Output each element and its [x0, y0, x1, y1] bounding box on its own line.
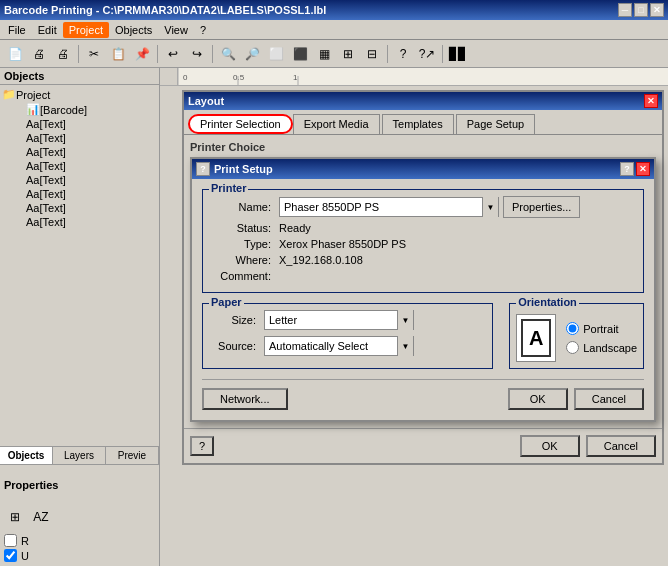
tab-objects[interactable]: Objects — [0, 447, 53, 464]
page-icon-letter: A — [521, 319, 551, 357]
tree-item-text-7[interactable]: Aa [Text] — [2, 201, 157, 215]
tab-page-setup[interactable]: Page Setup — [456, 114, 536, 134]
toolbar-separator-2 — [157, 45, 158, 63]
redo-button[interactable]: ↪ — [186, 43, 208, 65]
properties-label: Properties — [4, 479, 58, 491]
menu-bar: File Edit Project Objects View ? — [0, 20, 668, 40]
tree-item-text-2[interactable]: Aa [Text] — [2, 131, 157, 145]
layout-ok-button[interactable]: OK — [520, 435, 580, 457]
orientation-section-header: Orientation — [516, 296, 579, 308]
ruler-h-svg: 0 0.5 1 — [178, 68, 668, 86]
prop-icon-2[interactable]: AZ — [30, 506, 52, 528]
portrait-option[interactable]: Portrait — [566, 322, 637, 335]
tab-printer-selection[interactable]: Printer Selection — [188, 114, 293, 134]
paper-source-arrow[interactable]: ▼ — [397, 336, 413, 356]
text-icon-2: Aa — [26, 132, 39, 144]
title-bar: Barcode Printing - C:\PRMMAR30\DATA2\LAB… — [0, 0, 668, 20]
ruler-horizontal: 0 0.5 1 — [178, 68, 668, 86]
view3-button[interactable]: ▦ — [313, 43, 335, 65]
zoom-out-button[interactable]: 🔎 — [241, 43, 263, 65]
printer-name-arrow[interactable]: ▼ — [482, 197, 498, 217]
prop-icon-1[interactable]: ⊞ — [4, 506, 26, 528]
printer-status-value: Ready — [279, 222, 311, 234]
paper-size-dropdown[interactable]: Letter ▼ — [264, 310, 414, 330]
checkbox-u-label: U — [21, 550, 29, 562]
printer-choice-header: Printer Choice — [190, 141, 656, 153]
tree-item-text-4[interactable]: Aa [Text] — [2, 159, 157, 173]
text-label-3: [Text] — [39, 146, 65, 158]
new-button[interactable]: 📄 — [4, 43, 26, 65]
help-button[interactable]: ? — [392, 43, 414, 65]
tree-item-text-5[interactable]: Aa [Text] — [2, 173, 157, 187]
dialog-cancel-button[interactable]: Cancel — [574, 388, 644, 410]
maximize-button[interactable]: □ — [634, 3, 648, 17]
checkbox-u[interactable] — [4, 549, 17, 562]
layout-cancel-button[interactable]: Cancel — [586, 435, 656, 457]
paper-orient-area: Paper Size: Letter ▼ — [202, 303, 644, 369]
checkbox-r[interactable] — [4, 534, 17, 547]
cut-button[interactable]: ✂ — [83, 43, 105, 65]
dialog-ok-cancel: OK Cancel — [508, 388, 644, 410]
title-bar-buttons: ─ □ ✕ — [618, 3, 664, 17]
ruler-corner — [160, 68, 178, 86]
portrait-radio[interactable] — [566, 322, 579, 335]
copy-button[interactable]: 📋 — [107, 43, 129, 65]
tree-item-barcode[interactable]: 📊 [Barcode] — [2, 102, 157, 117]
tab-templates[interactable]: Templates — [382, 114, 454, 134]
view-button[interactable]: ⬜ — [265, 43, 287, 65]
menu-file[interactable]: File — [2, 22, 32, 38]
menu-project[interactable]: Project — [63, 22, 109, 38]
paper-size-label: Size: — [209, 314, 264, 326]
printer-name-dropdown[interactable]: Phaser 8550DP PS ▼ — [279, 197, 499, 217]
view4-button[interactable]: ⊞ — [337, 43, 359, 65]
paper-source-dropdown[interactable]: Automatically Select ▼ — [264, 336, 414, 356]
printer-section: Printer Name: Phaser 8550DP PS — [202, 189, 644, 293]
zoom-in-button[interactable]: 🔍 — [217, 43, 239, 65]
menu-view[interactable]: View — [158, 22, 194, 38]
network-button[interactable]: Network... — [202, 388, 288, 410]
dialog-help-button[interactable]: ? — [196, 162, 210, 176]
canvas-area: 0 0.5 1 Layou — [160, 68, 668, 566]
dialog-ok-button[interactable]: OK — [508, 388, 568, 410]
properties-button[interactable]: Properties... — [503, 196, 580, 218]
dialog-close-button[interactable]: ✕ — [636, 162, 650, 176]
menu-edit[interactable]: Edit — [32, 22, 63, 38]
print2-button[interactable]: 🖨 — [52, 43, 74, 65]
minimize-button[interactable]: ─ — [618, 3, 632, 17]
layout-close-button[interactable]: ✕ — [644, 94, 658, 108]
printer-status-row: Status: Ready — [209, 222, 637, 234]
printer-type-label: Type: — [209, 238, 279, 250]
help2-button[interactable]: ?↗ — [416, 43, 438, 65]
text-icon-5: Aa — [26, 174, 39, 186]
printer-comment-label: Comment: — [209, 270, 279, 282]
tree-item-text-1[interactable]: Aa [Text] — [2, 117, 157, 131]
layout-help-button[interactable]: ? — [190, 436, 214, 456]
view2-button[interactable]: ⬛ — [289, 43, 311, 65]
text-label-2: [Text] — [39, 132, 65, 144]
text-icon-7: Aa — [26, 202, 39, 214]
paste-button[interactable]: 📌 — [131, 43, 153, 65]
close-button[interactable]: ✕ — [650, 3, 664, 17]
tree-item-text-6[interactable]: Aa [Text] — [2, 187, 157, 201]
print-button[interactable]: 🖨 — [28, 43, 50, 65]
toolbar-separator-4 — [387, 45, 388, 63]
undo-button[interactable]: ↩ — [162, 43, 184, 65]
tab-preview[interactable]: Previe — [106, 447, 159, 464]
printer-type-value: Xerox Phaser 8550DP PS — [279, 238, 406, 250]
paper-size-row: Size: Letter ▼ — [209, 310, 486, 330]
dialog-help-btn2[interactable]: ? — [620, 162, 634, 176]
tree-item-text-8[interactable]: Aa [Text] — [2, 215, 157, 229]
tab-export-media[interactable]: Export Media — [293, 114, 380, 134]
menu-objects[interactable]: Objects — [109, 22, 158, 38]
barcode-button[interactable]: ▊▊ — [447, 43, 469, 65]
landscape-radio[interactable] — [566, 341, 579, 354]
tree-item-text-3[interactable]: Aa [Text] — [2, 145, 157, 159]
tree-item-project[interactable]: 📁 Project — [2, 87, 157, 102]
tab-layers[interactable]: Layers — [53, 447, 106, 464]
view5-button[interactable]: ⊟ — [361, 43, 383, 65]
text-label-7: [Text] — [39, 202, 65, 214]
printer-status-label: Status: — [209, 222, 279, 234]
paper-size-arrow[interactable]: ▼ — [397, 310, 413, 330]
menu-help[interactable]: ? — [194, 22, 212, 38]
landscape-option[interactable]: Landscape — [566, 341, 637, 354]
